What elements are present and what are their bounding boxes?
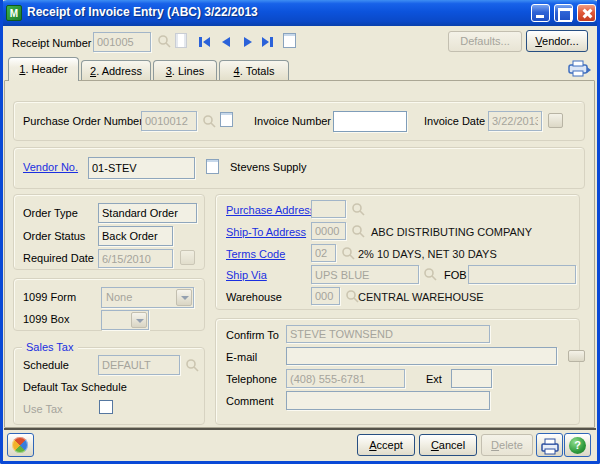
order-status-label: Order Status [23, 230, 85, 242]
telephone-label: Telephone [226, 373, 277, 385]
next-number-icon[interactable] [175, 33, 187, 48]
help-button[interactable]: ? [564, 433, 591, 457]
email-input[interactable] [286, 347, 557, 365]
schedule-label: Schedule [23, 359, 69, 371]
terms-lookup-icon [341, 246, 355, 260]
warehouse-name-text: CENTRAL WAREHOUSE [358, 291, 484, 303]
box-1099-dropdown [101, 310, 149, 330]
ship-via-input [311, 265, 419, 284]
warehouse-code-input [311, 287, 340, 305]
quick-print-icon[interactable] [565, 58, 591, 82]
purchase-address-input [311, 200, 346, 218]
po-number-label: Purchase Order Number [23, 115, 143, 127]
comment-input[interactable] [286, 391, 490, 410]
email-button[interactable] [568, 350, 585, 362]
invoice-number-input[interactable] [333, 111, 407, 132]
tab-header[interactable]: 1. Header [8, 57, 79, 81]
sage-pinwheel-button[interactable] [7, 433, 34, 457]
po-group: Purchase Order Number Invoice Number Inv… [13, 101, 585, 141]
invoice-date-label: Invoice Date [424, 115, 485, 127]
confirm-to-input [286, 325, 490, 343]
ship-to-address-link[interactable]: Ship-To Address [226, 226, 306, 238]
terms-code-link[interactable]: Terms Code [226, 248, 285, 260]
vendor-no-link[interactable]: Vendor No. [23, 161, 78, 173]
po-memo-icon[interactable] [220, 112, 233, 127]
warehouse-lookup-icon [345, 289, 359, 303]
form-1099-group: 1099 Form None 1099 Box [13, 278, 205, 331]
close-button[interactable] [577, 4, 596, 22]
memo-icon[interactable] [283, 33, 296, 48]
printer-icon [540, 436, 560, 460]
vendor-button[interactable]: Vendor... [526, 30, 588, 52]
sales-tax-title: Sales Tax [22, 341, 78, 353]
vendor-memo-icon[interactable] [206, 159, 219, 174]
order-group: Order Type Order Status Required Date [13, 194, 205, 270]
accept-button[interactable]: Accept [357, 434, 415, 456]
previous-record-icon[interactable] [218, 34, 234, 50]
default-tax-schedule-text: Default Tax Schedule [23, 381, 127, 393]
warehouse-label: Warehouse [226, 291, 282, 303]
schedule-lookup-icon [185, 358, 199, 372]
cancel-button[interactable]: Cancel [419, 434, 477, 456]
tab-totals[interactable]: 4. Totals [219, 60, 289, 81]
window-title: Receipt of Invoice Entry (ABC) 3/22/2013 [27, 5, 258, 19]
tab-lines[interactable]: 3. Lines [153, 60, 217, 81]
order-status-field [98, 226, 173, 246]
dropdown-arrow-icon [131, 312, 147, 328]
confirm-to-label: Confirm To [226, 329, 279, 341]
form-1099-dropdown: None [101, 287, 194, 308]
ship-to-code-input [311, 222, 346, 240]
tab-address[interactable]: 2. Address [81, 60, 151, 81]
minimize-button[interactable] [531, 4, 550, 22]
order-type-field [98, 203, 197, 223]
next-record-icon[interactable] [240, 34, 256, 50]
comment-label: Comment [226, 395, 274, 407]
last-record-icon[interactable] [259, 34, 275, 50]
ship-to-lookup-icon [351, 224, 365, 238]
maximize-button[interactable] [554, 4, 573, 22]
required-date-input [98, 249, 173, 268]
form-1099-label: 1099 Form [23, 291, 76, 303]
print-button[interactable] [536, 433, 563, 457]
po-lookup-icon [202, 114, 216, 128]
purchase-address-lookup-icon [351, 202, 365, 216]
receipt-number-label: Receipt Number [12, 37, 91, 49]
addresses-group: Purchase Address Ship-To Address ABC DIS… [215, 194, 580, 310]
invoice-date-calendar-button[interactable] [548, 113, 563, 128]
box-1099-label: 1099 Box [23, 313, 69, 325]
titlebar[interactable]: M Receipt of Invoice Entry (ABC) 3/22/20… [0, 0, 600, 26]
app-icon: M [6, 5, 22, 21]
help-icon: ? [569, 437, 586, 454]
fob-label: FOB [444, 269, 467, 281]
receipt-of-invoice-entry-window: M Receipt of Invoice Entry (ABC) 3/22/20… [0, 0, 600, 464]
receipt-lookup-icon [157, 34, 171, 48]
schedule-input [98, 355, 180, 375]
use-tax-label: Use Tax [23, 403, 63, 415]
terms-code-input [311, 244, 336, 262]
ship-to-name-text: ABC DISTRIBUTING COMPANY [371, 226, 532, 238]
fob-input[interactable] [468, 265, 576, 284]
required-date-label: Required Date [23, 252, 94, 264]
terms-desc-text: 2% 10 DAYS, NET 30 DAYS [358, 248, 497, 260]
pinwheel-icon [12, 437, 28, 453]
dropdown-arrow-icon [176, 289, 192, 306]
delete-button: Delete [481, 434, 533, 456]
contact-group: Confirm To E-mail Telephone Ext Comment [215, 318, 580, 425]
vendor-group: Vendor No. Stevens Supply [13, 147, 585, 189]
sales-tax-group: Sales Tax Schedule Default Tax Schedule … [13, 347, 205, 425]
ship-via-link[interactable]: Ship Via [226, 269, 267, 281]
first-record-icon[interactable] [197, 34, 213, 50]
ext-label: Ext [426, 373, 442, 385]
purchase-address-link[interactable]: Purchase Address [226, 204, 315, 216]
po-number-input [141, 111, 197, 131]
use-tax-checkbox[interactable] [99, 400, 113, 414]
email-label: E-mail [226, 351, 257, 363]
vendor-no-input[interactable] [88, 157, 195, 179]
order-type-label: Order Type [23, 207, 78, 219]
ext-input[interactable] [451, 369, 492, 388]
defaults-button: Defaults... [448, 31, 522, 52]
required-date-calendar-button [180, 250, 195, 265]
ship-via-lookup-icon [423, 267, 437, 281]
vendor-name-text: Stevens Supply [230, 161, 306, 173]
receipt-number-input [93, 32, 151, 52]
